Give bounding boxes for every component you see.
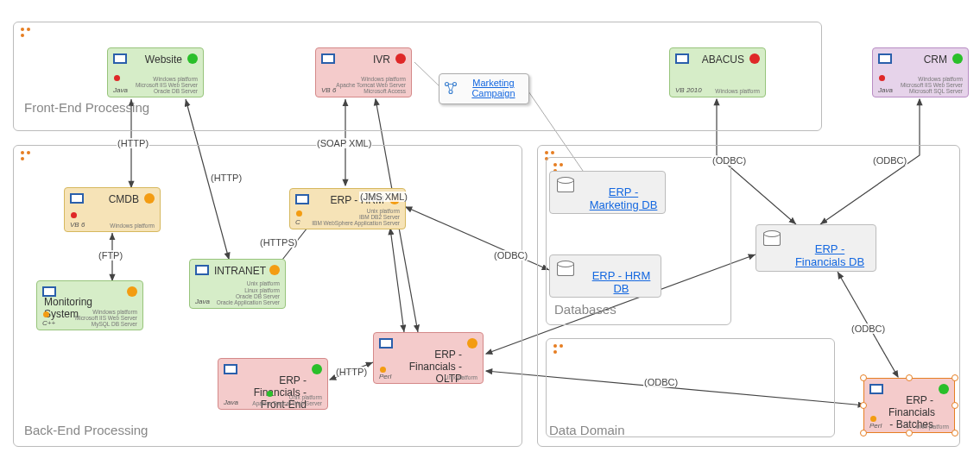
node-website[interactable]: Website Java Windows platformMicrosoft I… bbox=[107, 47, 204, 97]
window-icon bbox=[224, 364, 237, 374]
svg-line-17 bbox=[448, 85, 450, 91]
node-erp-fin-batches[interactable]: ERP - Financials - Batches Perl Unix pla… bbox=[863, 378, 955, 433]
edge-label: (FTP) bbox=[98, 250, 123, 261]
indicator-icon bbox=[114, 75, 120, 81]
window-icon bbox=[878, 53, 892, 64]
edge-label: (HTTP) bbox=[117, 138, 149, 148]
node-cmdb[interactable]: CMDB VB 6 Windows platform bbox=[64, 187, 161, 232]
status-icon bbox=[749, 53, 760, 64]
edge-label: (ODBC) bbox=[643, 377, 679, 387]
selection-handle[interactable] bbox=[860, 402, 867, 409]
edge-label: (ODBC) bbox=[493, 250, 528, 261]
node-erp-fin-oltp[interactable]: ERP - Financials - OLTP Perl Unix platfo… bbox=[373, 332, 484, 384]
indicator-icon bbox=[879, 75, 885, 81]
window-icon bbox=[70, 193, 84, 204]
lang-label: Java bbox=[224, 399, 238, 406]
edge-label: (SOAP XML) bbox=[316, 138, 372, 148]
node-erp-fin-frontend[interactable]: ERP - Financials - Front-End Java Unix p… bbox=[218, 358, 328, 410]
group-dots-icon bbox=[21, 28, 35, 41]
selection-handle[interactable] bbox=[952, 430, 958, 436]
lang-label: Java bbox=[113, 86, 128, 94]
node-intranet[interactable]: INTRANET Java Unix platformLinux platfor… bbox=[189, 259, 286, 309]
window-icon bbox=[869, 384, 883, 394]
window-icon bbox=[295, 194, 309, 204]
edge-label: (HTTP) bbox=[335, 367, 368, 377]
lang-label: C bbox=[295, 218, 300, 226]
meta-label: Unix platform bbox=[916, 424, 949, 430]
status-icon bbox=[269, 265, 280, 275]
database-icon bbox=[763, 230, 779, 246]
window-icon bbox=[675, 53, 689, 64]
meta-label: Unix platform bbox=[445, 374, 477, 380]
selection-handle[interactable] bbox=[906, 430, 913, 436]
group-dots-icon bbox=[21, 151, 35, 165]
edge-label: (ODBC) bbox=[872, 155, 907, 166]
lang-label: Perl bbox=[869, 422, 882, 430]
node-ivr[interactable]: IVR VB 6 Windows platformApache Tomcat W… bbox=[315, 47, 412, 97]
meta-label: Unix platformApache Tomcat Web Server bbox=[252, 394, 322, 406]
node-erp-hrm-db[interactable]: ERP - HRM DB bbox=[549, 254, 661, 298]
status-icon bbox=[127, 286, 137, 297]
db-link: ERP - HRM DB bbox=[589, 269, 654, 295]
status-icon bbox=[939, 384, 949, 394]
db-link: ERP - Marketing DB bbox=[589, 185, 658, 211]
db-link: ERP - Financials DB bbox=[791, 242, 869, 268]
node-title: IVR bbox=[340, 53, 390, 66]
database-icon bbox=[557, 261, 572, 276]
database-icon bbox=[557, 177, 572, 192]
selection-handle[interactable] bbox=[906, 374, 913, 381]
status-icon bbox=[395, 53, 406, 64]
node-title: Website bbox=[132, 53, 182, 66]
selection-handle[interactable] bbox=[860, 374, 867, 381]
lang-label: Perl bbox=[379, 373, 391, 380]
indicator-icon bbox=[71, 212, 77, 218]
window-icon bbox=[321, 53, 335, 64]
node-crm[interactable]: CRM Java Windows platformMicrosoft IIS W… bbox=[872, 47, 969, 97]
status-icon bbox=[312, 364, 322, 374]
edge-label: (ODBC) bbox=[711, 155, 747, 166]
link-cluster-icon bbox=[443, 80, 458, 96]
meta-label: Windows platform bbox=[715, 88, 760, 94]
window-icon bbox=[113, 53, 127, 64]
node-title: ABACUS bbox=[694, 53, 744, 66]
meta-label: Unix platformIBM DB2 ServerIBM WebSphere… bbox=[312, 208, 400, 226]
svg-point-16 bbox=[449, 91, 452, 94]
selection-handle[interactable] bbox=[952, 402, 958, 409]
status-icon bbox=[144, 193, 155, 204]
meta-label: Unix platformLinux platformOracle DB Ser… bbox=[217, 280, 280, 305]
edge-label: (JMS XML) bbox=[359, 192, 408, 202]
indicator-icon bbox=[43, 311, 49, 317]
status-icon bbox=[952, 53, 963, 64]
group-dots-icon bbox=[553, 344, 567, 358]
lang-label: VB 6 bbox=[321, 86, 336, 94]
status-icon bbox=[467, 338, 477, 349]
meta-label: Windows platform bbox=[110, 223, 155, 229]
lang-label: VB 2010 bbox=[675, 86, 702, 94]
external-link-label: Marketing Campaign bbox=[462, 78, 524, 98]
indicator-icon bbox=[870, 416, 876, 422]
lang-label: Java bbox=[195, 298, 210, 305]
node-monitoring[interactable]: Monitoring System C++ Windows platformMi… bbox=[36, 280, 143, 330]
node-erp-marketing-db[interactable]: ERP - Marketing DB bbox=[549, 171, 666, 214]
meta-label: Windows platformApache Tomcat Web Server… bbox=[336, 76, 406, 94]
lang-label: VB 6 bbox=[70, 221, 85, 229]
node-erp-financials-db[interactable]: ERP - Financials DB bbox=[756, 224, 876, 272]
selection-handle[interactable] bbox=[952, 374, 958, 381]
lang-label: Java bbox=[878, 86, 893, 94]
node-title: INTRANET bbox=[214, 265, 264, 277]
lang-label: C++ bbox=[42, 319, 55, 327]
svg-line-18 bbox=[452, 85, 453, 91]
group-frontend-label: Front-End Processing bbox=[24, 100, 149, 115]
external-marketing-campaign[interactable]: Marketing Campaign bbox=[439, 73, 529, 104]
node-abacus[interactable]: ABACUS VB 2010 Windows platform bbox=[669, 47, 766, 97]
status-icon bbox=[187, 53, 198, 64]
meta-label: Windows platformMicrosoft IIS Web Server… bbox=[901, 76, 963, 94]
indicator-icon bbox=[296, 210, 302, 217]
window-icon bbox=[379, 338, 393, 349]
indicator-icon bbox=[380, 367, 386, 373]
group-inner-empty bbox=[546, 338, 835, 437]
selection-handle[interactable] bbox=[860, 430, 867, 436]
node-title: CMDB bbox=[89, 193, 139, 205]
meta-label: Windows platformMicrosoft IIS Web Server… bbox=[136, 76, 198, 94]
edge-label: (HTTP) bbox=[210, 173, 243, 183]
